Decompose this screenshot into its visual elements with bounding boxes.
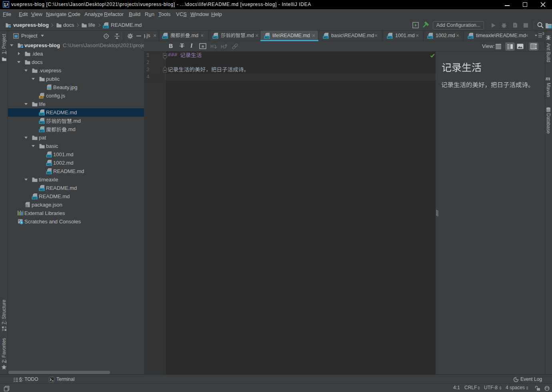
svg-text:MD: MD bbox=[47, 171, 51, 174]
svg-text:MD: MD bbox=[47, 163, 51, 166]
svg-text:T: T bbox=[180, 43, 184, 49]
svg-text:MD: MD bbox=[213, 36, 218, 39]
svg-text:MD: MD bbox=[265, 36, 269, 39]
svg-text:MD: MD bbox=[40, 113, 44, 115]
svg-text:MD: MD bbox=[47, 155, 51, 157]
svg-text:MD: MD bbox=[40, 129, 44, 132]
svg-text:H: H bbox=[210, 44, 214, 49]
svg-text:MD: MD bbox=[388, 36, 392, 39]
svg-text:MD: MD bbox=[40, 188, 44, 191]
svg-text:MD: MD bbox=[163, 36, 167, 39]
svg-text:H: H bbox=[221, 44, 224, 49]
svg-text:MD: MD bbox=[468, 36, 473, 39]
svg-text:MD: MD bbox=[104, 26, 108, 28]
svg-text:MD: MD bbox=[324, 36, 328, 39]
svg-text:JS: JS bbox=[40, 96, 43, 98]
svg-text:MD: MD bbox=[428, 36, 432, 39]
svg-text:MD: MD bbox=[40, 121, 44, 124]
svg-text:m: m bbox=[202, 44, 204, 49]
svg-text:MD: MD bbox=[32, 197, 37, 199]
